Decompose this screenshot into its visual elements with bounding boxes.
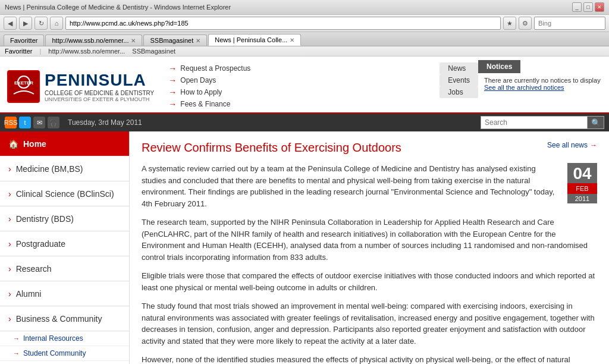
nav-arrow-icon: → — [168, 99, 177, 109]
article-intro-text: A systematic review carried out by a tea… — [142, 163, 560, 216]
search-input[interactable] — [481, 116, 588, 129]
bookmarks-label: Favoritter — [5, 48, 32, 55]
nav-how-to-apply[interactable]: → How to Apply — [168, 87, 432, 97]
sidebar-sub-student-community[interactable]: → Student Community — [0, 346, 129, 361]
sidebar-item-medicine[interactable]: › Medicine (BM,BS) — [0, 156, 129, 181]
twitter-icon[interactable]: t — [19, 117, 31, 128]
article-intro: A systematic review carried out by a tea… — [142, 163, 597, 216]
see-all-news-link[interactable]: See all news → — [547, 141, 597, 149]
sidebar-item-home[interactable]: 🏠 Home — [0, 131, 129, 156]
sidebar-item-dentistry[interactable]: › Dentistry (BDS) — [0, 206, 129, 231]
sidebar-label-medicine: Medicine (BM,BS) — [16, 164, 83, 174]
sidebar-arrow-icon: › — [8, 239, 11, 249]
bookmarks-bar: Favoritter | http://www.ssb.no/emner... … — [0, 46, 609, 57]
refresh-button[interactable]: ↻ — [34, 17, 48, 30]
nav-arrow-icon: → — [168, 76, 177, 85]
notices-section: News Events Jobs Notices There are curre… — [440, 60, 609, 112]
sidebar-arrow-icon: › — [8, 289, 11, 299]
see-all-news-text: See all news — [547, 141, 588, 149]
headphones-icon[interactable]: 🎧 — [48, 117, 59, 128]
sidebar-label-dentistry: Dentistry (BDS) — [16, 214, 74, 224]
back-button[interactable]: ◀ — [4, 17, 17, 30]
nav-events[interactable]: Events — [440, 74, 478, 86]
sidebar-arrow-icon: › — [8, 214, 11, 224]
page-wrapper: EXETER PENINSULA COLLEGE OF MEDICINE & D… — [0, 57, 609, 364]
article-body: A systematic review carried out by a tea… — [142, 163, 560, 209]
close-button[interactable]: ✕ — [595, 2, 604, 12]
tools-button[interactable]: ⚙ — [519, 17, 532, 30]
sidebar-item-postgraduate[interactable]: › Postgraduate — [0, 231, 129, 256]
article-paragraph-5: However, none of the identified studies … — [142, 354, 597, 364]
article-paragraph-3: Eligible trials were those that compared… — [142, 270, 597, 293]
see-all-arrow-icon: → — [590, 141, 597, 149]
article-title: Review Confirms Benefits of Exercising O… — [142, 141, 535, 155]
notices-archive-link[interactable]: See all the archived notices — [484, 84, 564, 91]
sidebar-item-clinical-science[interactable]: › Clinical Science (BClinSci) — [0, 181, 129, 206]
nav-arrow-icon: → — [168, 64, 177, 73]
sidebar-sub-internal-resources[interactable]: → Internal Resources — [0, 331, 129, 346]
site-header: EXETER PENINSULA COLLEGE OF MEDICINE & D… — [0, 57, 609, 114]
main-content: Review Confirms Benefits of Exercising O… — [130, 131, 609, 364]
favorites-button[interactable]: ★ — [503, 17, 516, 30]
home-icon: 🏠 — [8, 139, 18, 149]
tab-close-peninsula[interactable]: ✕ — [290, 37, 294, 43]
secondary-nav: News Events Jobs — [440, 62, 478, 98]
logo-text: PENINSULA COLLEGE OF MEDICINE & DENTISTR… — [45, 71, 154, 102]
sidebar-label-clinical-science: Clinical Science (BClinSci) — [16, 189, 114, 199]
article-body-cont: The research team, supported by the NIHR… — [142, 216, 597, 364]
sidebar-item-alumni[interactable]: › Alumni — [0, 281, 129, 306]
sidebar-item-research[interactable]: › Research — [0, 256, 129, 281]
tab-ssbmagasinet[interactable]: SSBmagasinet ✕ — [143, 34, 207, 46]
sidebar-label-home: Home — [23, 139, 46, 149]
tab-close-ssbmagasinet[interactable]: ✕ — [196, 37, 200, 44]
tab-ssb[interactable]: http://www.ssb.no/emner... ✕ — [45, 34, 142, 46]
tab-news-peninsula[interactable]: News | Peninsula Colle... ✕ — [208, 34, 301, 46]
notices-text: There are currently no notices to displa… — [484, 77, 601, 84]
nav-jobs[interactable]: Jobs — [440, 86, 478, 98]
sidebar-label-alumni: Alumni — [16, 289, 42, 299]
sidebar-sub-arrow-icon: → — [13, 350, 20, 357]
date-month: FEB — [567, 183, 597, 194]
date-display: Tuesday, 3rd May 2011 — [68, 118, 142, 127]
search-area: 🔍 — [481, 116, 604, 129]
email-icon[interactable]: ✉ — [33, 117, 45, 128]
nav-links-area: → Request a Prospectus → Open Days → How… — [161, 60, 440, 112]
notices-tab[interactable]: Notices — [478, 60, 520, 73]
sidebar-arrow-icon: › — [8, 189, 11, 199]
bookmark-ssb[interactable]: http://www.ssb.no/emner... — [48, 48, 125, 55]
sidebar: 🏠 Home › Medicine (BM,BS) › Clinical Sci… — [0, 131, 130, 364]
minimize-button[interactable]: _ — [572, 2, 582, 12]
rss-icon[interactable]: RSS — [5, 117, 17, 128]
nav-news[interactable]: News — [440, 62, 478, 74]
browser-tabs: Favoritter http://www.ssb.no/emner... ✕ … — [0, 32, 609, 46]
nav-open-days[interactable]: → Open Days — [168, 76, 432, 85]
sidebar-item-business-community[interactable]: › Business & Community — [0, 306, 129, 331]
bookmark-ssbmag[interactable]: SSBmagasinet — [132, 48, 175, 55]
browser-titlebar: News | Peninsula College of Medicine & D… — [0, 0, 609, 15]
tab-favoritter[interactable]: Favoritter — [4, 34, 44, 46]
home-nav-button[interactable]: ⌂ — [50, 17, 63, 30]
logo-area: EXETER PENINSULA COLLEGE OF MEDICINE & D… — [0, 60, 161, 112]
forward-button[interactable]: ▶ — [19, 17, 32, 30]
sidebar-label-research: Research — [16, 264, 52, 274]
sidebar-arrow-icon: › — [8, 164, 11, 174]
browser-title: News | Peninsula College of Medicine & D… — [5, 4, 231, 11]
nav-fees-finance[interactable]: → Fees & Finance — [168, 99, 432, 109]
notices-panel: Notices There are currently no notices t… — [478, 60, 609, 95]
date-day: 04 — [567, 163, 597, 183]
nav-request-prospectus[interactable]: → Request a Prospectus — [168, 64, 432, 73]
date-year: 2011 — [567, 194, 597, 203]
address-bar[interactable] — [65, 17, 501, 30]
tab-close-ssb[interactable]: ✕ — [131, 37, 136, 44]
notices-content: There are currently no notices to displa… — [478, 73, 609, 95]
logo-college: COLLEGE OF MEDICINE & DENTISTRY — [45, 90, 154, 96]
sidebar-arrow-icon: › — [8, 264, 11, 274]
date-badge: 04 FEB 2011 — [567, 163, 597, 203]
article-paragraph-4: The study found that most trials showed … — [142, 300, 597, 347]
browser-search-input[interactable] — [534, 17, 605, 30]
social-icons: RSS t ✉ 🎧 — [5, 117, 59, 128]
search-button[interactable]: 🔍 — [588, 116, 604, 129]
maximize-button[interactable]: □ — [583, 2, 593, 12]
sidebar-label-internal: Internal Resources — [23, 334, 83, 343]
main-layout: 🏠 Home › Medicine (BM,BS) › Clinical Sci… — [0, 131, 609, 364]
